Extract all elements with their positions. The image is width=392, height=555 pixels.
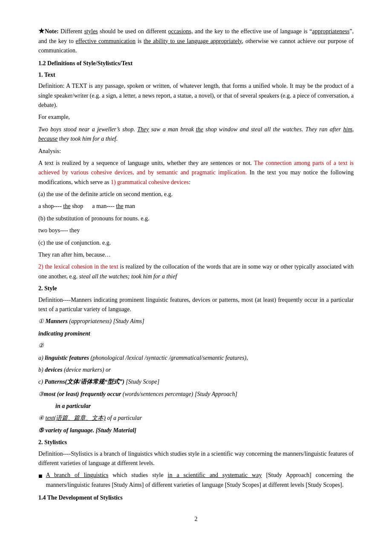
page-number: 2 — [38, 516, 354, 523]
boys-example: two boys---- they — [38, 226, 354, 235]
ling-a-em: a) linguistic features (phonological /le… — [38, 355, 248, 361]
for-example: For example, — [38, 113, 354, 122]
style-definition: Definition----Manners indicating promine… — [38, 295, 354, 315]
indicating-prominent: indicating prominent — [38, 330, 90, 337]
ling-c-bold: Patterns(文体/语体常规“型式”) — [44, 379, 124, 385]
section-1-text-heading: 1. Text — [38, 70, 354, 80]
scientific-systematic-underline: in a scientific and systematic way — [168, 472, 262, 478]
circle4-em: ④ text(语篇、篇章、文本) of a particular — [38, 415, 142, 421]
circle4-text-underline: text(语篇、篇章、文本) — [46, 415, 106, 421]
analysis2-circle2: ② — [38, 341, 354, 350]
in-a-particular: in a particular — [55, 403, 91, 409]
cohesive-c: (c) the use of conjunction. e.g. — [38, 238, 354, 248]
effective-communication-underline: effective communication — [76, 38, 136, 44]
analysis2-manners-bold: Manners — [44, 318, 68, 324]
circle4-line: ④ text(语篇、篇章、文本) of a particular — [38, 413, 354, 423]
lexical-cohesion: 2) the lexical cohesion in the text is r… — [38, 262, 354, 281]
ling-c-em: c) Patterns(文体/语体常规“型式”) [Study Scope] — [38, 379, 159, 385]
note-label: Note: — [45, 28, 59, 35]
analysis-paragraph: A text is realized by a sequence of lang… — [38, 159, 354, 187]
section-14-heading: 1.4 The Development of Stylistics — [38, 493, 354, 503]
circle3-line: ③most (or least) frequently occur (words… — [38, 390, 354, 399]
analysis2-indicating: indicating prominent — [38, 329, 354, 338]
analysis-label: Analysis: — [38, 147, 354, 156]
ling-b: b) devices (device markers) or — [38, 365, 354, 375]
definition-text: Definition: A TEXT is any passage, spoke… — [38, 81, 354, 110]
ling-a-bold: linguistic features — [45, 355, 90, 361]
star-symbol: ★ — [38, 27, 45, 35]
grammatical-cohesive-red: 1) grammatical cohesive devices — [111, 179, 189, 185]
section-2-style-heading: 2. Style — [38, 284, 354, 293]
bullet-content-1: A branch of linguistics which studies st… — [46, 471, 354, 490]
analysis2-circle1: ① — [38, 318, 44, 324]
ling-b-em: b) devices (device markers) or — [38, 367, 111, 373]
lexical-example: steal all the watches; took him for a th… — [79, 273, 177, 280]
ling-c: c) Patterns(文体/语体常规“型式”) [Study Scope] — [38, 377, 354, 387]
note-paragraph: ★Note: Different styles should be used o… — [38, 26, 354, 55]
example-sentence: Two boys stood near a jeweller’s shop. T… — [38, 125, 354, 144]
section-2-stylistics-heading: 2. Stylistics — [38, 438, 354, 447]
circle5-line: ⑤ variety of language. [Study Material] — [38, 426, 354, 435]
cohesive-b: (b) the substitution of pronouns for nou… — [38, 214, 354, 223]
circle5-em: ⑤ variety of language. [Study Material] — [38, 427, 136, 434]
example-italic-part: Two boys stood near a jeweller’s shop. T… — [38, 126, 354, 142]
appropriateness-underline: appropriateness — [312, 28, 349, 35]
cohesive-a: (a) the use of the definite article on s… — [38, 190, 354, 199]
lexical-red: 2) the lexical cohesion in the text — [38, 263, 118, 270]
ran-example: They ran after him, because… — [38, 250, 354, 260]
bullet-item-1: ■ A branch of linguistics which studies … — [38, 471, 354, 490]
ling-b-bold: devices — [45, 367, 62, 373]
circle3-particular: in a particular — [55, 402, 354, 411]
circle3-em: ③most (or least) frequently occur (words… — [38, 391, 237, 397]
analysis2-line: ① Manners (appropriateness) [Study Aims] — [38, 317, 354, 326]
bullet-marker-1: ■ — [38, 471, 43, 490]
page-container: ★Note: Different styles should be used o… — [0, 0, 392, 548]
analysis-red-text: The connection among parts of a text is … — [38, 160, 354, 176]
occasions-underline: occasions, — [168, 28, 193, 35]
styles-underline: styles — [84, 28, 98, 35]
branch-of-linguistics-underline: A branch of linguistics — [46, 472, 109, 478]
shop-example: a shop---- the shop a man---- the man — [38, 202, 354, 211]
ling-a: a) linguistic features (phonological /le… — [38, 353, 354, 363]
section-12-heading: 1.2 Definitions of Style/Stylistics/Text — [38, 59, 354, 68]
stylistics-definition: Definition----Stylistics is a branch of … — [38, 449, 354, 468]
ability-underline: the ability to use language appropriatel… — [144, 38, 242, 44]
circle3-most: most (or least) frequently occur — [44, 391, 121, 397]
